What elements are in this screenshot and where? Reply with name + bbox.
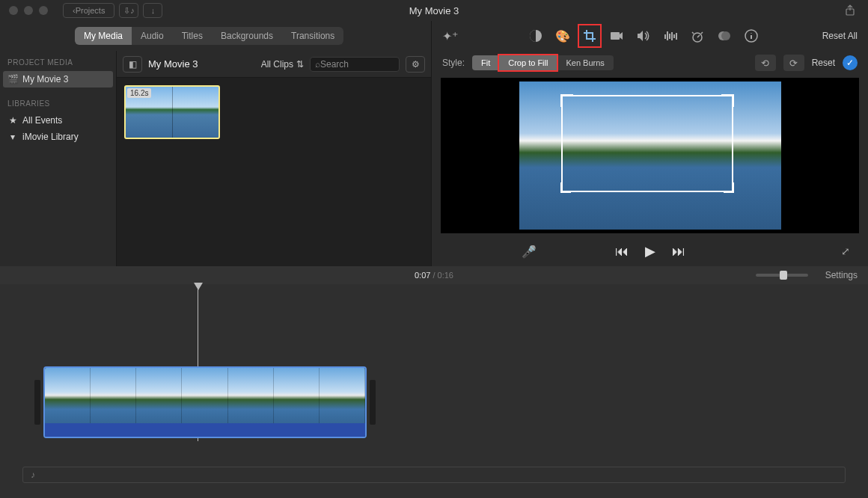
video-preview[interactable] [519, 82, 781, 230]
browser-settings-icon[interactable]: ⚙ [406, 56, 425, 73]
window-title: My Movie 3 [409, 5, 459, 16]
reset-crop-button[interactable]: Reset [812, 58, 835, 68]
svg-point-5 [721, 31, 730, 40]
share-icon[interactable] [841, 3, 859, 18]
style-label: Style: [442, 58, 465, 68]
sidebar-item-project-label: My Movie 3 [22, 74, 68, 84]
search-field[interactable]: ⌕ [310, 57, 400, 72]
sidebar-item-project[interactable]: 🎬 My Movie 3 [3, 71, 113, 87]
tab-transitions[interactable]: Transitions [282, 27, 343, 45]
sidebar-heading-project-media: PROJECT MEDIA [0, 54, 116, 71]
audio-track[interactable]: ♪ [22, 467, 846, 483]
volume-icon[interactable] [635, 27, 652, 45]
adjustments-toolbar: ✦⁺ 🎨 Reset All [432, 21, 868, 51]
fullscreen-icon[interactable]: ⤢ [841, 245, 850, 257]
updown-icon: ⇅ [296, 59, 304, 70]
music-icon: ♪ [31, 470, 35, 480]
noise-reduction-icon[interactable] [661, 27, 679, 45]
transport-controls: 🎤 ⏮ ▶ ⏭ ⤢ [432, 236, 868, 266]
current-time: 0:07 [415, 271, 430, 280]
color-correction-icon[interactable]: 🎨 [554, 27, 572, 45]
play-icon[interactable]: ▶ [645, 243, 655, 259]
style-ken-burns[interactable]: Ken Burns [557, 55, 613, 70]
clip-browser: 16.2s [117, 78, 431, 266]
crop-selection[interactable] [561, 95, 733, 192]
browser-toolbar: ◧ My Movie 3 All Clips ⇅ ⌕ ⚙ [117, 51, 431, 78]
clips-filter-label: All Clips [261, 59, 293, 70]
timeline-settings-button[interactable]: Settings [825, 270, 858, 280]
close-window-icon[interactable] [9, 6, 18, 15]
projects-back-label: Projects [76, 6, 106, 15]
tab-my-media[interactable]: My Media [75, 27, 132, 45]
total-time: / 0:16 [430, 271, 453, 280]
sidebar-item-imovie-library[interactable]: ▾ iMovie Library [0, 129, 116, 145]
rotate-ccw-icon[interactable]: ⟲ [755, 55, 776, 71]
magic-wand-icon[interactable]: ✦⁺ [442, 29, 458, 43]
clip-duration-badge: 16.2s [127, 88, 151, 98]
preview-viewer [441, 78, 859, 233]
zoom-window-icon[interactable] [39, 6, 48, 15]
video-overlay-icon[interactable] [715, 27, 733, 45]
search-icon: ⌕ [315, 59, 320, 70]
clapper-icon: 🎬 [7, 74, 18, 84]
browser-title: My Movie 3 [148, 58, 198, 70]
clips-filter-dropdown[interactable]: All Clips ⇅ [261, 59, 304, 70]
tab-backgrounds[interactable]: Backgrounds [212, 27, 282, 45]
projects-back-button[interactable]: ‹ Projects [63, 3, 114, 18]
sidebar-heading-libraries: LIBRARIES [0, 95, 116, 112]
audio-waveform [45, 423, 365, 437]
clip-trim-right[interactable] [370, 380, 376, 425]
sidebar-item-label: All Events [22, 115, 62, 126]
chevron-down-icon: ▾ [7, 132, 18, 142]
tab-audio[interactable]: Audio [132, 27, 173, 45]
style-crop-to-fill[interactable]: Crop to Fill [499, 55, 557, 70]
prev-frame-icon[interactable]: ⏮ [615, 244, 629, 259]
color-balance-icon[interactable] [527, 27, 545, 45]
sidebar-item-all-events[interactable]: ★ All Events [0, 112, 116, 129]
svg-rect-2 [611, 32, 620, 40]
traffic-lights [9, 6, 48, 15]
sidebar-item-label: iMovie Library [22, 132, 79, 142]
stabilization-icon[interactable] [608, 27, 626, 45]
window-titlebar: ‹ Projects ⇩♪ ↓ My Movie 3 [0, 0, 868, 21]
minimize-window-icon[interactable] [24, 6, 33, 15]
next-frame-icon[interactable]: ⏭ [672, 244, 685, 259]
style-fit[interactable]: Fit [472, 55, 499, 70]
zoom-knob[interactable] [780, 271, 787, 280]
clip-trim-left[interactable] [34, 380, 40, 425]
speed-icon[interactable] [688, 27, 706, 45]
tab-titles[interactable]: Titles [173, 27, 212, 45]
timeline[interactable]: ♪ [0, 284, 868, 498]
zoom-slider[interactable] [756, 274, 808, 277]
sidebar-toggle-icon[interactable]: ◧ [123, 56, 142, 73]
media-clip[interactable]: 16.2s [124, 85, 220, 139]
star-icon: ★ [7, 115, 18, 126]
info-icon[interactable] [742, 27, 760, 45]
crop-icon[interactable] [581, 27, 599, 45]
crop-style-row: Style: Fit Crop to Fill Ken Burns ⟲ ⟳ Re… [432, 51, 868, 75]
timeline-header: 0:07 / 0:16 Settings [0, 266, 868, 284]
sidebar: PROJECT MEDIA 🎬 My Movie 3 LIBRARIES ★ A… [0, 51, 116, 266]
voiceover-icon[interactable]: 🎤 [522, 245, 537, 259]
import-media-icon[interactable]: ⇩♪ [119, 3, 138, 18]
import-arrow-icon[interactable]: ↓ [143, 3, 162, 18]
timeline-clip[interactable] [43, 366, 367, 438]
media-tabs: My Media Audio Titles Backgrounds Transi… [0, 21, 431, 51]
search-input[interactable] [320, 59, 388, 70]
rotate-cw-icon[interactable]: ⟳ [783, 55, 804, 71]
reset-all-button[interactable]: Reset All [822, 31, 858, 41]
apply-check-icon[interactable]: ✓ [843, 55, 858, 70]
